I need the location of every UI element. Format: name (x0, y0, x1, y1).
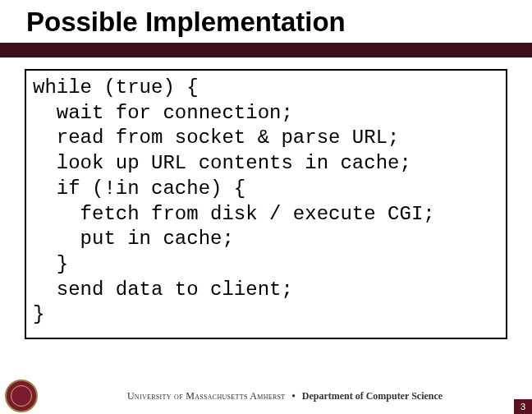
code-line: } (33, 253, 68, 275)
code-line: look up URL contents in cache; (33, 152, 411, 174)
code-block: while (true) { wait for connection; read… (25, 69, 507, 339)
code-line: read from socket & parse URL; (33, 126, 399, 149)
university-seal-icon (5, 380, 38, 412)
content-area: while (true) { wait for connection; read… (0, 58, 532, 347)
department-name: Department of Computer Science (302, 390, 443, 402)
code-line: wait for connection; (33, 102, 293, 124)
separator-dot: • (292, 390, 296, 402)
title-underline-bar (0, 43, 532, 58)
page-number: 3 (514, 399, 532, 414)
code-line: send data to client; (33, 278, 293, 301)
code-line: put in cache; (33, 228, 234, 250)
university-name: University of Massachusetts Amherst (127, 390, 286, 402)
code-line: while (true) { (33, 76, 199, 99)
code-line: } (33, 303, 44, 325)
code-line: if (!in cache) { (33, 177, 245, 200)
code-line: fetch from disk / execute CGI; (33, 203, 435, 225)
footer: University of Massachusetts Amherst • De… (0, 378, 532, 414)
title-area: Possible Implementation (0, 0, 532, 43)
slide-title: Possible Implementation (26, 7, 532, 38)
footer-text: University of Massachusetts Amherst • De… (38, 390, 532, 402)
